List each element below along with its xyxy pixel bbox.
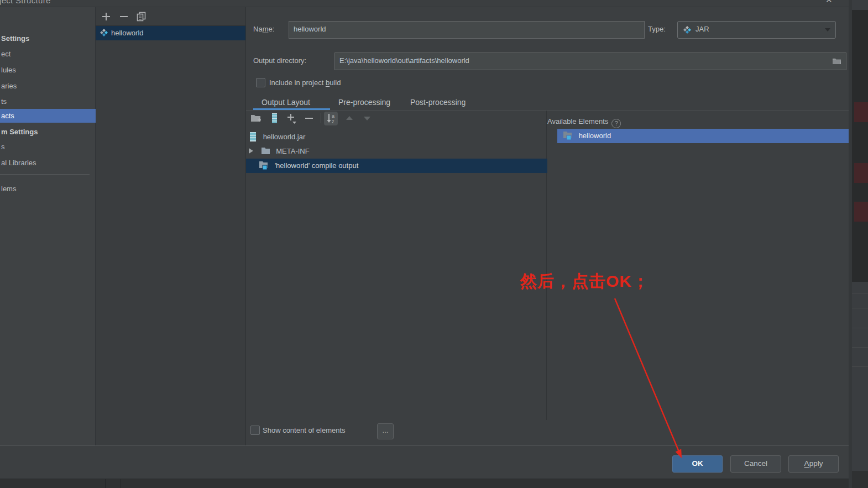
output-directory-input[interactable]: E:\java\helloworld\out\artifacts\hellowo…: [334, 53, 846, 70]
project-structure-dialog: { "window": { "title_partial": "ject Str…: [0, 0, 868, 488]
sidebar-item-libraries[interactable]: aries: [0, 80, 96, 92]
include-in-project-build-checkbox[interactable]: [256, 78, 265, 87]
browse-folder-icon[interactable]: [832, 57, 841, 65]
name-label: Name:: [253, 25, 274, 33]
artifact-icon: [100, 28, 108, 37]
sidebar-item-project-settings: Settings: [0, 32, 96, 45]
artifacts-list-panel: helloworld: [96, 7, 246, 445]
folder-icon: [261, 147, 270, 155]
tree-row-label: helloworld.jar: [263, 133, 306, 141]
show-content-of-elements-label: Show content of elements: [263, 426, 346, 434]
sidebar-item-modules[interactable]: lules: [0, 64, 96, 76]
svg-text:a: a: [332, 113, 334, 119]
background-divider: [105, 479, 106, 488]
dialog-footer: OK Cancel Apply: [0, 445, 849, 479]
type-label: Type:: [648, 25, 666, 33]
tree-row-label: META-INF: [276, 147, 309, 155]
dialog-title: ject Structure: [0, 0, 51, 5]
artifact-list-item-helloworld[interactable]: helloworld: [96, 26, 245, 40]
layout-tree-toolbar: a z: [246, 111, 546, 127]
tree-row-jar[interactable]: helloworld.jar: [247, 130, 305, 144]
background-row-line: [852, 366, 868, 367]
tree-row-label: 'helloworld' compile output: [275, 161, 359, 170]
sidebar-item-global-libraries[interactable]: al Libraries: [0, 156, 96, 169]
move-down-icon: [362, 113, 373, 124]
error-stripe-mark: [854, 102, 868, 122]
name-input[interactable]: helloworld: [289, 21, 645, 39]
sidebar-item-project[interactable]: ect: [0, 48, 96, 60]
available-element-helloworld[interactable]: helloworld: [557, 129, 849, 143]
type-value: JAR: [696, 25, 709, 33]
sort-alphabetically-toggle[interactable]: a z: [324, 112, 338, 125]
annotation-text: 然后，点击OK；: [520, 270, 649, 293]
remove-icon[interactable]: [119, 12, 129, 22]
apply-button[interactable]: Apply: [788, 455, 839, 473]
tree-row-compile-output[interactable]: 'helloworld' compile output: [246, 159, 547, 173]
sort-az-icon: a z: [324, 112, 338, 125]
background-editor-strip: [849, 0, 868, 488]
show-content-of-elements-checkbox[interactable]: [250, 426, 260, 435]
background-row-line: [852, 308, 868, 308]
editor-scrollbar-track: [852, 10, 868, 282]
more-options-button[interactable]: ...: [377, 423, 394, 439]
artifacts-toolbar: [96, 7, 245, 26]
new-archive-icon[interactable]: [269, 113, 280, 124]
available-elements-header: Available Elements?: [547, 114, 621, 129]
available-element-label: helloworld: [579, 132, 611, 140]
tree-row-meta-inf[interactable]: META-INF: [247, 144, 310, 159]
chevron-right-icon[interactable]: [248, 148, 254, 154]
chevron-down-icon: [825, 28, 830, 32]
sidebar-item-artifacts[interactable]: acts: [0, 109, 96, 123]
sidebar-separator: [0, 174, 90, 175]
sidebar-item-sdks[interactable]: s: [0, 140, 96, 153]
include-in-project-build-label: Include in project build: [269, 78, 341, 87]
ok-button[interactable]: OK: [672, 455, 723, 473]
toolbar-separator: [321, 113, 321, 123]
error-stripe-mark: [854, 163, 868, 183]
remove-element-icon[interactable]: [304, 113, 315, 124]
artifact-editor-panel: Name: helloworld Type: JAR Output direct…: [246, 7, 849, 445]
cancel-button[interactable]: Cancel: [730, 455, 781, 473]
type-dropdown[interactable]: JAR: [677, 21, 836, 39]
tab-post-processing[interactable]: Post-processing: [410, 95, 466, 110]
module-output-folder-icon: [563, 131, 573, 140]
background-bottom-corner: [852, 471, 868, 488]
background-divider: [121, 479, 121, 488]
settings-sidebar: Settings ect lules aries ts acts m Setti…: [0, 7, 96, 445]
help-icon[interactable]: ?: [611, 119, 621, 128]
close-icon[interactable]: ✕: [825, 0, 833, 5]
jar-icon: [249, 132, 257, 141]
sidebar-item-platform-settings: m Settings: [0, 125, 96, 138]
artifact-icon: [683, 25, 692, 34]
sidebar-item-facets[interactable]: ts: [0, 95, 96, 108]
artifact-item-label: helloworld: [111, 29, 144, 37]
add-element-icon[interactable]: [286, 113, 297, 124]
sidebar-item-problems[interactable]: lems: [0, 182, 96, 195]
error-stripe-mark: [854, 202, 868, 222]
output-directory-label: Output directory:: [253, 56, 306, 65]
tab-output-layout[interactable]: Output Layout: [262, 95, 310, 110]
panel-divider: [546, 111, 547, 420]
svg-text:z: z: [332, 119, 334, 124]
background-bottom-strip: [0, 479, 849, 488]
background-row-line: [852, 328, 868, 328]
new-folder-icon[interactable]: [250, 113, 262, 124]
move-up-icon: [344, 113, 355, 124]
module-output-folder-icon: [259, 161, 269, 170]
background-row-line: [852, 347, 868, 348]
background-row-line: [852, 293, 868, 293]
copy-icon[interactable]: [137, 12, 147, 22]
tab-pre-processing[interactable]: Pre-processing: [338, 95, 390, 110]
add-icon[interactable]: [101, 12, 111, 22]
dialog-titlebar: ject Structure ✕: [0, 0, 849, 7]
